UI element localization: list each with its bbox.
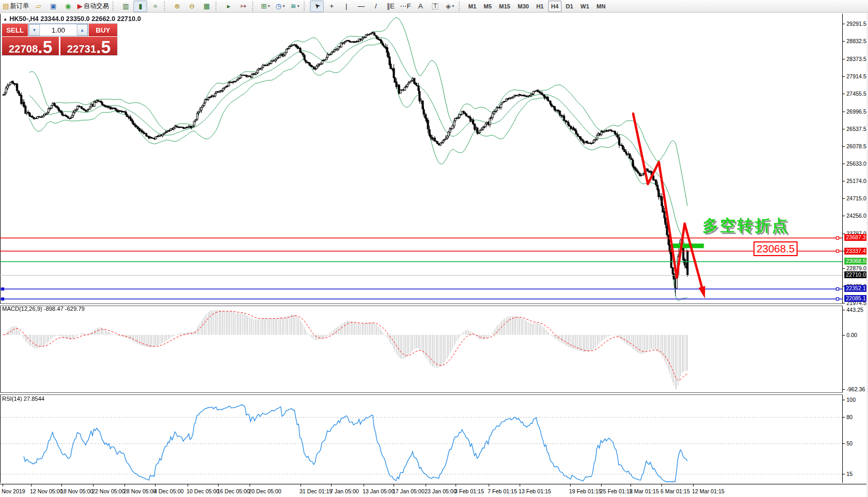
toolbar: ▤新订单▱▣◉▶自动交易▥▮≈⊕⊖▦▸↦⊞▾◷▾≋▾➤+|—/∥E⋯FAT◈▾M… xyxy=(0,0,868,13)
volume-increase-button[interactable]: ▲ xyxy=(77,24,88,36)
time-tick-label: 22 Nov 05:00 xyxy=(92,488,125,494)
time-tick xyxy=(3,484,3,486)
time-tick-label: 23 Jan 05:00 xyxy=(425,488,457,494)
time-tick xyxy=(301,484,301,486)
equidistant-channel-button[interactable]: ∥E xyxy=(384,1,397,12)
rsi-tick-label: 100 xyxy=(846,397,856,403)
time-axis: Nov 201912 Nov 05:0018 Nov 05:0022 Nov 0… xyxy=(0,484,868,497)
fibonacci-button[interactable]: ⋯F xyxy=(398,1,412,12)
text-icon: A xyxy=(418,3,423,9)
macd-tick-label: 0.00 xyxy=(846,332,857,338)
period-button[interactable]: ◷▾ xyxy=(273,1,287,12)
horizontal-line-button[interactable]: — xyxy=(354,1,368,12)
time-tick-label: 13 Jan 05:00 xyxy=(363,488,395,494)
macd-tick xyxy=(843,335,845,336)
time-tick-label: 17 Jan 05:00 xyxy=(392,488,425,494)
chart-shift-icon: ↦ xyxy=(241,3,246,9)
chart-window-button[interactable]: ▱ xyxy=(32,1,45,12)
arrows-button[interactable]: ◈▾ xyxy=(443,1,457,12)
tf-m15-button[interactable]: M15 xyxy=(496,1,513,12)
time-tick-label: 13 Feb 01:15 xyxy=(519,488,551,494)
new-order-icon: ▤ xyxy=(3,3,9,9)
macd-indicator-label: MACD(12,26,9) -898.47 -629.79 xyxy=(2,306,85,312)
cursor-button[interactable]: ➤ xyxy=(310,1,324,12)
chart-window-icon: ▱ xyxy=(36,3,41,9)
rsi-tick-label: 50 xyxy=(846,440,853,447)
time-tick xyxy=(570,484,571,486)
rsi-pane-separator[interactable] xyxy=(0,392,843,395)
tf-mn-button[interactable]: MN xyxy=(593,1,608,12)
tf-m30-button[interactable]: M30 xyxy=(514,1,532,12)
market-depth-button[interactable]: ▣ xyxy=(46,1,60,12)
time-tick-label: 25 Feb 01:15 xyxy=(600,488,633,494)
tf-h4-button[interactable]: H4 xyxy=(548,1,562,12)
new-chart-icon: ⊞ xyxy=(261,3,267,9)
price-tick-label: 26078.5 xyxy=(846,143,866,149)
candlestick-chart-button[interactable]: ▮ xyxy=(133,1,147,12)
auto-scroll-button[interactable]: ▸ xyxy=(222,1,235,12)
price-tick-label: 27914.5 xyxy=(846,73,866,79)
rsi-tick xyxy=(843,400,845,400)
tf-w1-button[interactable]: W1 xyxy=(577,1,593,12)
crosshair-button[interactable]: + xyxy=(325,1,338,12)
zoom-out-button[interactable]: ⊖ xyxy=(185,1,199,12)
bar-chart-button[interactable]: ▥ xyxy=(119,1,132,12)
main-chart-canvas[interactable] xyxy=(0,14,843,303)
macd-tick xyxy=(843,310,845,310)
time-tick-label: 28 Nov 05:00 xyxy=(123,488,156,494)
buy-button[interactable]: BUY xyxy=(88,24,117,36)
macd-tick-label: -962.36 xyxy=(846,386,865,392)
text-label-icon: T xyxy=(432,3,438,9)
time-tick-label: 12 Mar 01:15 xyxy=(692,488,725,494)
price-tick-label: 27455.5 xyxy=(846,90,866,97)
tf-h1-button[interactable]: H1 xyxy=(533,1,547,12)
toolbar-separator xyxy=(112,2,117,11)
macd-pane-canvas[interactable] xyxy=(0,305,843,392)
trendline-button[interactable]: / xyxy=(369,1,383,12)
vertical-line-button[interactable]: | xyxy=(339,1,353,12)
time-tick-label: 3 Feb 01:15 xyxy=(454,488,484,494)
sell-price-display[interactable]: 22708.5 xyxy=(2,37,59,55)
time-tick xyxy=(364,484,364,486)
tile-windows-button[interactable]: ▦ xyxy=(200,1,213,12)
price-tick xyxy=(843,129,845,129)
time-tick-label: 31 Dec 01:15 xyxy=(299,488,332,494)
sell-price-main: 22708 xyxy=(8,44,38,54)
text-label-button[interactable]: T xyxy=(428,1,442,12)
auto-trading-button[interactable]: ▶自动交易 xyxy=(76,1,110,12)
line-chart-button[interactable]: ≈ xyxy=(148,1,162,12)
rsi-pane-canvas[interactable] xyxy=(0,394,843,483)
rsi-tick-label: 15 xyxy=(846,471,853,477)
one-click-collapse-icon[interactable]: ▲ xyxy=(3,17,7,22)
time-tick xyxy=(93,484,94,486)
zoom-in-button[interactable]: ⊕ xyxy=(170,1,184,12)
sell-button[interactable]: SELL xyxy=(2,24,28,36)
volume-decrease-button[interactable]: ▼ xyxy=(29,24,40,36)
toolbar-separator xyxy=(459,2,463,11)
horizontal-line-icon: — xyxy=(358,3,365,9)
data-window-button[interactable]: ◉ xyxy=(61,1,75,12)
chart-shift-button[interactable]: ↦ xyxy=(236,1,250,12)
toolbar-separator xyxy=(215,2,220,11)
buy-price-display[interactable]: 22731.5 xyxy=(60,37,117,55)
volume-field: ▼ 1.00 ▲ xyxy=(28,24,88,36)
tf-d1-button[interactable]: D1 xyxy=(563,1,576,12)
tf-m5-button[interactable]: M5 xyxy=(481,1,495,12)
price-tick-label: 24256.0 xyxy=(846,212,866,219)
price-tick-label: 26996.5 xyxy=(846,108,866,115)
rsi-tick-label: 80 xyxy=(846,414,853,420)
tf-m1-button[interactable]: M1 xyxy=(465,1,479,12)
template-button[interactable]: ≋▾ xyxy=(288,1,302,12)
new-order-button[interactable]: ▤新订单 xyxy=(1,1,30,12)
new-chart-button[interactable]: ⊞▾ xyxy=(259,1,272,12)
price-tick xyxy=(843,146,845,147)
time-tick xyxy=(394,484,394,486)
macd-pane-separator[interactable] xyxy=(0,303,843,306)
price-line-label: 22352.1 xyxy=(844,285,867,292)
volume-value[interactable]: 1.00 xyxy=(40,24,77,36)
sell-price-point: .5 xyxy=(38,40,53,54)
price-tick xyxy=(843,76,845,77)
price-tick xyxy=(843,216,845,216)
text-button[interactable]: A xyxy=(414,1,427,12)
time-tick-label: 2 Mar 01:15 xyxy=(629,488,659,494)
